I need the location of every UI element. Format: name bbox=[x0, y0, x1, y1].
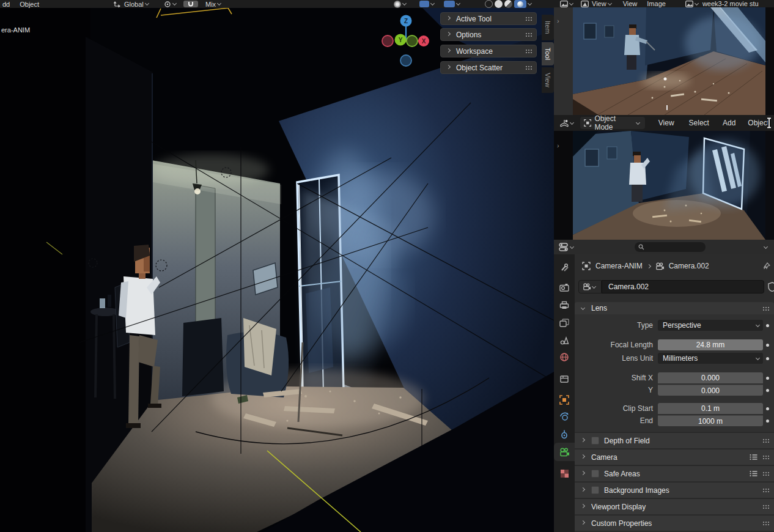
drag-handle-icon[interactable] bbox=[762, 471, 769, 476]
animate-dot[interactable] bbox=[766, 419, 769, 423]
tab-object[interactable] bbox=[554, 392, 575, 408]
background-images-checkbox[interactable] bbox=[591, 486, 599, 494]
shading-rendered-button[interactable] bbox=[514, 0, 526, 8]
animate-dot[interactable] bbox=[766, 389, 769, 392]
tab-render[interactable] bbox=[554, 279, 575, 295]
shift-x-field[interactable]: 0.000 bbox=[658, 372, 763, 383]
tab-collection[interactable] bbox=[554, 371, 575, 386]
camera-breadcrumb-icon[interactable] bbox=[655, 262, 665, 270]
snap-with-dropdown[interactable]: Mix bbox=[203, 0, 223, 8]
overlays-dropdown[interactable] bbox=[444, 1, 462, 7]
view-menu[interactable]: View bbox=[618, 0, 643, 7]
toolbar-expand-arrow[interactable]: › bbox=[557, 17, 559, 24]
presets-list-icon[interactable] bbox=[750, 454, 757, 460]
focal-length-field[interactable]: 24.8 mm bbox=[658, 339, 763, 350]
viewport-scene bbox=[0, 0, 554, 532]
view-menu[interactable]: View bbox=[654, 119, 679, 127]
main-3d-viewport[interactable]: era-ANIM dd Object Global Mix bbox=[0, 0, 554, 532]
tab-view-layer[interactable] bbox=[554, 315, 575, 331]
drag-handle-icon[interactable] bbox=[525, 65, 532, 70]
npanel-workspace[interactable]: Workspace bbox=[440, 45, 537, 57]
tab-constraints[interactable] bbox=[554, 426, 575, 442]
animate-dot[interactable] bbox=[766, 344, 769, 347]
axis-gizmo[interactable]: Z Y X bbox=[378, 12, 434, 68]
clip-end-field[interactable]: 1000 m bbox=[658, 415, 763, 426]
render-preview-image[interactable] bbox=[573, 7, 765, 115]
breadcrumb-object-name[interactable]: Camera-ANIM bbox=[595, 262, 643, 270]
snapping-options-dropdown[interactable] bbox=[419, 1, 436, 7]
pin-icon[interactable] bbox=[763, 262, 770, 270]
image-editor[interactable]: View View Image week3-2 movie stu › bbox=[554, 0, 774, 115]
tab-tool[interactable] bbox=[554, 259, 575, 275]
camera-viewport[interactable]: Object Mode View Select Add Object › bbox=[554, 115, 774, 240]
object-menu[interactable]: Object bbox=[15, 1, 44, 8]
pivot-dropdown[interactable] bbox=[164, 0, 178, 8]
properties-editor[interactable]: Camera-ANIM Camera.002 bbox=[554, 240, 774, 532]
image-menu[interactable]: Image bbox=[642, 0, 671, 7]
drag-handle-icon[interactable] bbox=[762, 306, 769, 311]
drag-handle-icon[interactable] bbox=[762, 438, 769, 443]
shading-wireframe-button[interactable] bbox=[485, 0, 493, 8]
shading-material-button[interactable] bbox=[504, 0, 512, 8]
tab-output[interactable] bbox=[554, 297, 575, 313]
drag-handle-icon[interactable] bbox=[525, 32, 532, 37]
sidebar-tab-tool[interactable]: Tool bbox=[542, 42, 554, 65]
editor-type-dropdown[interactable] bbox=[560, 119, 575, 127]
camera-view-image[interactable] bbox=[573, 131, 765, 240]
properties-search-field[interactable] bbox=[635, 242, 706, 252]
lens-panel-header[interactable]: Lens bbox=[575, 302, 774, 314]
sidebar-tab-view[interactable]: View bbox=[542, 67, 554, 93]
clip-start-field[interactable]: 0.1 m bbox=[658, 403, 763, 414]
safe-areas-checkbox[interactable] bbox=[591, 470, 599, 478]
datablock-name-field[interactable]: Camera.002 bbox=[602, 280, 764, 294]
shading-solid-button[interactable] bbox=[495, 0, 503, 8]
snap-toggle[interactable] bbox=[183, 1, 198, 7]
editor-type-dropdown[interactable] bbox=[559, 243, 575, 251]
tab-world[interactable] bbox=[554, 349, 575, 365]
tab-texture[interactable] bbox=[554, 465, 575, 481]
panel-safe-areas[interactable]: Safe Areas bbox=[575, 465, 774, 481]
animate-dot[interactable] bbox=[766, 407, 769, 410]
add-menu[interactable]: Add bbox=[718, 119, 740, 127]
image-mode-dropdown[interactable]: View bbox=[581, 0, 613, 7]
drag-handle-icon[interactable] bbox=[762, 521, 769, 525]
orientation-dropdown[interactable]: Global bbox=[114, 0, 150, 8]
mode-dropdown[interactable]: Object Mode bbox=[580, 117, 645, 129]
panel-depth-of-field[interactable]: Depth of Field bbox=[575, 432, 774, 448]
fake-user-shield-icon[interactable] bbox=[768, 282, 774, 292]
object-breadcrumb-icon[interactable] bbox=[582, 262, 591, 270]
animate-dot[interactable] bbox=[766, 377, 769, 380]
filter-dropdown-icon[interactable] bbox=[764, 245, 768, 249]
shift-y-field[interactable]: 0.000 bbox=[658, 385, 763, 396]
drag-handle-icon[interactable] bbox=[525, 17, 532, 21]
select-menu[interactable]: Select bbox=[684, 119, 714, 127]
tab-physics[interactable] bbox=[554, 409, 575, 425]
npanel-active-tool[interactable]: Active Tool bbox=[440, 12, 537, 25]
tab-scene[interactable] bbox=[554, 332, 575, 348]
toolbar-expand-arrow[interactable]: › bbox=[557, 142, 559, 149]
drag-handle-icon[interactable] bbox=[762, 504, 769, 509]
add-menu[interactable]: dd bbox=[0, 1, 15, 8]
tab-camera-data-active[interactable] bbox=[554, 444, 575, 460]
animate-dot[interactable] bbox=[766, 324, 769, 327]
panel-background-images[interactable]: Background Images bbox=[575, 482, 774, 498]
lens-type-dropdown[interactable]: Perspective bbox=[658, 320, 763, 331]
npanel-object-scatter[interactable]: Object Scatter bbox=[440, 61, 537, 74]
panel-viewport-display[interactable]: Viewport Display bbox=[575, 498, 774, 514]
image-datablock-dropdown[interactable]: week3-2 movie stu bbox=[685, 0, 759, 7]
breadcrumb-data-name[interactable]: Camera.002 bbox=[669, 262, 709, 270]
dof-checkbox[interactable] bbox=[591, 437, 599, 445]
lens-unit-dropdown[interactable]: Millimeters bbox=[658, 353, 763, 364]
presets-list-icon[interactable] bbox=[750, 470, 757, 477]
drag-handle-icon[interactable] bbox=[762, 455, 769, 459]
proportional-edit-dropdown[interactable] bbox=[394, 0, 408, 8]
panel-camera[interactable]: Camera bbox=[575, 449, 774, 465]
editor-type-dropdown[interactable] bbox=[560, 1, 575, 7]
animate-dot[interactable] bbox=[766, 357, 769, 360]
sidebar-tab-item[interactable]: Item bbox=[542, 15, 554, 40]
drag-handle-icon[interactable] bbox=[525, 49, 532, 53]
panel-custom-properties[interactable]: Custom Properties bbox=[575, 515, 774, 531]
npanel-options[interactable]: Options bbox=[440, 28, 537, 41]
camera-datablock-dropdown[interactable] bbox=[578, 280, 602, 294]
drag-handle-icon[interactable] bbox=[762, 488, 769, 492]
